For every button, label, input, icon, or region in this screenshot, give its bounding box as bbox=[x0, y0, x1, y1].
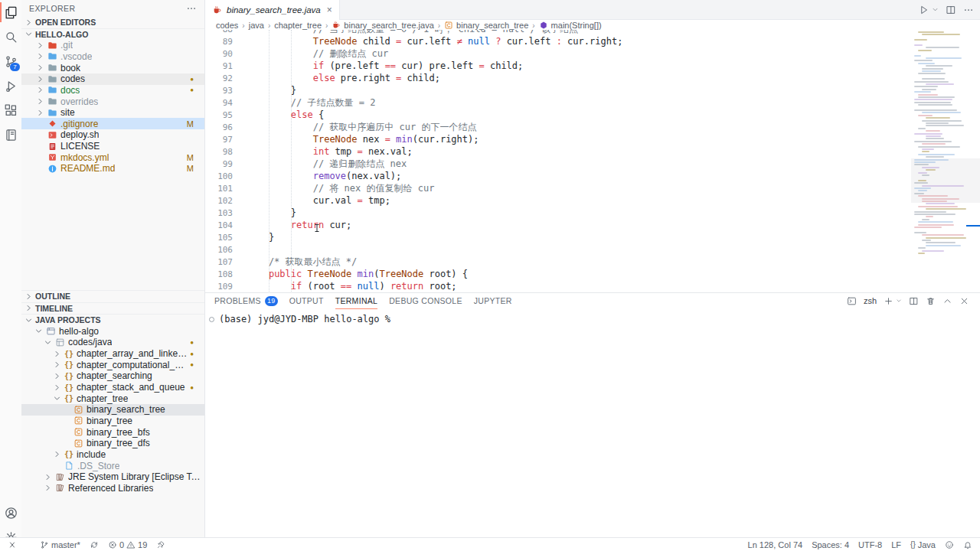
panel-tab-output[interactable]: OUTPUT bbox=[289, 293, 324, 308]
code-area[interactable]: 88 // 当子结点数量 = 0 / 1 时， child = null / 该… bbox=[205, 30, 911, 292]
project-item-binary-search-tree[interactable]: binary_search_tree bbox=[21, 404, 204, 416]
sidebar-item-license[interactable]: LICENSE bbox=[21, 141, 204, 152]
problems-item[interactable]: 0 19 bbox=[108, 540, 147, 549]
project-item-jre-system-library-eclipse-temurin-17-17[interactable]: JRE System Library [Eclipse Temurin 17 [… bbox=[21, 471, 204, 483]
package-icon: {} bbox=[64, 372, 74, 380]
remote-indicator[interactable] bbox=[8, 540, 17, 549]
project-item-chapter-tree[interactable]: {}chapter_tree bbox=[21, 393, 204, 404]
breadcrumb-item-java[interactable]: java bbox=[249, 21, 264, 30]
sync-item[interactable] bbox=[90, 540, 99, 549]
split-terminal-icon[interactable] bbox=[909, 296, 919, 306]
project-item-chapter-stack-and-queue[interactable]: {}chapter_stack_and_queue● bbox=[21, 382, 204, 393]
section-timeline[interactable]: TIMELINE bbox=[21, 302, 204, 315]
folder-icon bbox=[47, 51, 57, 61]
cursor-position[interactable]: Ln 128, Col 74 bbox=[748, 540, 803, 549]
panel-tab-jupyter[interactable]: JUPYTER bbox=[474, 293, 512, 308]
sidebar-item-git[interactable]: .git bbox=[21, 40, 204, 51]
project-item-codes-java[interactable]: codes/java● bbox=[21, 337, 204, 348]
project-item-chapter-array-and-linkedlist[interactable]: {}chapter_array_and_linkedlist● bbox=[21, 348, 204, 360]
package-icon: {} bbox=[64, 360, 74, 369]
project-item-include[interactable]: {}include bbox=[21, 449, 204, 461]
breadcrumb-item-chapter-tree[interactable]: chapter_tree bbox=[274, 21, 322, 30]
sidebar-item-book[interactable]: book bbox=[21, 62, 204, 73]
activity-bar-item-source-control[interactable]: 7 bbox=[0, 49, 21, 73]
breadcrumb-item-main-string[interactable]: main(String[]) bbox=[539, 21, 602, 30]
more-actions-icon[interactable] bbox=[186, 3, 197, 14]
bell-icon bbox=[963, 540, 972, 549]
section-outline[interactable]: OUTLINE bbox=[21, 290, 204, 302]
activity-bar-item-extensions[interactable] bbox=[0, 98, 21, 122]
feedback-item[interactable] bbox=[945, 540, 954, 549]
folder-icon bbox=[47, 63, 57, 73]
activity-bar-item-explorer[interactable] bbox=[0, 0, 21, 24]
tab-binary-search-tree[interactable]: binary_search_tree.java × bbox=[205, 0, 340, 20]
code-line-99: 99 // 递归删除结点 nex bbox=[205, 158, 911, 170]
breadcrumb-item-binary-search-tree[interactable]: binary_search_tree bbox=[444, 21, 528, 30]
sidebar-item-gitignore[interactable]: .gitignoreM bbox=[21, 118, 204, 129]
close-tab-icon[interactable]: × bbox=[327, 5, 332, 15]
java-server-mode-item[interactable] bbox=[156, 540, 165, 549]
terminal-dropdown-icon[interactable] bbox=[896, 298, 902, 304]
language-mode[interactable]: {} Java bbox=[910, 540, 936, 549]
sidebar-item-deploy-sh[interactable]: deploy.sh bbox=[21, 129, 204, 141]
line-number: 98 bbox=[205, 147, 233, 157]
class-icon bbox=[74, 405, 83, 415]
close-panel-icon[interactable] bbox=[959, 296, 969, 306]
project-item-referenced-libraries[interactable]: Referenced Libraries bbox=[21, 482, 204, 494]
breadcrumb-item-binary-search-tree-java[interactable]: binary_search_tree.java bbox=[332, 21, 433, 30]
chevron-icon bbox=[44, 484, 52, 492]
terminal[interactable]: (base) jyd@JYD-MBP hello-algo % bbox=[205, 308, 980, 324]
breadcrumb: codes›java›chapter_tree›binary_search_tr… bbox=[205, 20, 980, 31]
maximize-panel-icon[interactable] bbox=[942, 296, 952, 306]
new-terminal-icon[interactable] bbox=[884, 296, 893, 306]
project-item-binary-tree-dfs[interactable]: binary_tree_dfs bbox=[21, 438, 204, 449]
breadcrumb-item-codes[interactable]: codes bbox=[216, 21, 238, 30]
sidebar-item-docs[interactable]: docs● bbox=[21, 85, 204, 96]
code-line-88: 88 // 当子结点数量 = 0 / 1 时， child = null / 该… bbox=[205, 30, 911, 35]
item-label: book bbox=[60, 63, 80, 73]
eol-sequence[interactable]: LF bbox=[891, 540, 901, 549]
panel-tab-debug-console[interactable]: DEBUG CONSOLE bbox=[389, 293, 462, 308]
library-icon bbox=[55, 483, 65, 493]
method-icon bbox=[539, 21, 548, 30]
project-item-binary-tree[interactable]: binary_tree bbox=[21, 416, 204, 427]
indentation[interactable]: Spaces: 4 bbox=[812, 540, 849, 549]
library-icon bbox=[55, 472, 65, 482]
shell-name[interactable]: zsh bbox=[864, 296, 877, 305]
more-actions-icon[interactable] bbox=[963, 5, 974, 15]
sidebar-item-readme-md[interactable]: README.mdM bbox=[21, 163, 204, 174]
item-label: .gitignore bbox=[60, 119, 98, 129]
activity-bar-item-account[interactable] bbox=[0, 500, 21, 525]
sidebar-item-mkdocs-yml[interactable]: mkdocs.ymlM bbox=[21, 152, 204, 163]
activity-bar-item-search[interactable] bbox=[0, 24, 21, 49]
section-java-projects[interactable]: JAVA PROJECTS bbox=[21, 314, 204, 326]
project-item-ds-store[interactable]: .DS_Store bbox=[21, 460, 204, 471]
git-branch-item[interactable]: master* bbox=[40, 540, 80, 549]
item-label: overrides bbox=[60, 96, 98, 107]
smiley-icon bbox=[945, 540, 954, 549]
run-icon[interactable] bbox=[919, 5, 929, 15]
split-editor-icon[interactable] bbox=[946, 5, 956, 15]
section-open-editors[interactable]: OPEN EDITORS bbox=[21, 17, 204, 28]
activity-bar-item-run-debug[interactable] bbox=[0, 73, 21, 98]
activity-bar-item-notebook[interactable] bbox=[0, 122, 21, 147]
section-root-folder[interactable]: HELLO-ALGO bbox=[21, 28, 204, 41]
minimap[interactable] bbox=[911, 30, 980, 292]
kill-terminal-icon[interactable] bbox=[926, 296, 936, 306]
sidebar-item-codes[interactable]: codes● bbox=[21, 73, 204, 85]
project-item-binary-tree-bfs[interactable]: binary_tree_bfs bbox=[21, 426, 204, 438]
run-dropdown-icon[interactable] bbox=[932, 6, 939, 13]
project-item-chapter-computational-complexity[interactable]: {}chapter_computational_complexity● bbox=[21, 359, 204, 370]
notifications-item[interactable] bbox=[963, 540, 972, 549]
sidebar-item-site[interactable]: site bbox=[21, 107, 204, 119]
code-line-89: 89 TreeNode child = cur.left ≠ null ? cu… bbox=[205, 35, 911, 47]
panel-tab-problems[interactable]: PROBLEMS19 bbox=[214, 293, 278, 308]
account-icon bbox=[4, 506, 18, 520]
sidebar-item-vscode[interactable]: .vscode bbox=[21, 51, 204, 63]
encoding[interactable]: UTF-8 bbox=[858, 540, 882, 549]
panel-tab-terminal[interactable]: TERMINAL bbox=[335, 293, 378, 309]
sidebar-item-overrides[interactable]: overrides bbox=[21, 96, 204, 107]
terminal-profile-icon[interactable] bbox=[847, 296, 857, 306]
project-item-hello-algo[interactable]: hello-algo bbox=[21, 326, 204, 337]
project-item-chapter-searching[interactable]: {}chapter_searching bbox=[21, 370, 204, 382]
